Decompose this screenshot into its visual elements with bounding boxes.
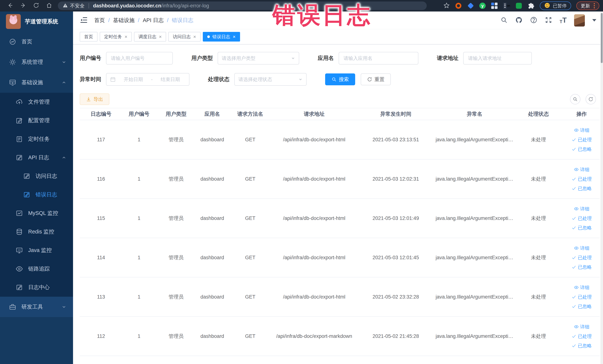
action-ignored-link[interactable]: 已忽略 <box>571 146 592 152</box>
breadcrumb-separator: / <box>108 17 110 23</box>
action-detail-link[interactable]: 详细 <box>574 206 590 212</box>
header-search-icon[interactable] <box>500 16 508 24</box>
action-processed-link[interactable]: 已处理 <box>571 215 592 221</box>
close-icon[interactable]: × <box>159 34 162 40</box>
address-bar[interactable]: 不安全 dashboard.yudao.iocoder.cn /infra/lo… <box>58 1 427 10</box>
profile-paused-pill[interactable]: 已暂停 <box>540 1 571 10</box>
tag-job[interactable]: 定时任务× <box>100 32 132 42</box>
search-button[interactable]: 搜索 <box>325 73 355 85</box>
sidebar-item-trace[interactable]: 链路追踪 <box>0 260 73 278</box>
home-icon[interactable] <box>46 2 52 9</box>
request-url-input[interactable] <box>463 52 532 65</box>
process-status-cell: 未处理 <box>513 333 564 340</box>
export-button[interactable]: 导出 <box>80 94 109 105</box>
breadcrumb-infra[interactable]: 基础设施 <box>113 17 135 24</box>
sidebar-item-mysql-monitor[interactable]: MySQL 监控 <box>0 204 73 223</box>
forward-icon[interactable] <box>20 2 26 9</box>
extension-on-badge-icon[interactable]: on <box>503 2 510 9</box>
sidebar-item-java-monitor[interactable]: Java 监控 <box>0 241 73 260</box>
action-ignored-link[interactable]: 已忽略 <box>571 303 592 309</box>
app-logo-row[interactable]: 芋道管理系统 <box>0 12 73 32</box>
font-size-icon[interactable]: TT <box>560 16 567 24</box>
extension-orange-icon[interactable] <box>455 2 462 9</box>
sidebar-item-label: 错误日志 <box>35 191 57 199</box>
close-icon[interactable]: × <box>193 34 196 40</box>
close-icon[interactable]: × <box>233 34 236 40</box>
task-clipboard-icon <box>16 135 23 143</box>
action-processed-link[interactable]: 已处理 <box>571 137 592 143</box>
github-icon[interactable] <box>515 16 522 24</box>
fullscreen-icon[interactable] <box>545 16 552 24</box>
action-ignored-link[interactable]: 已忽略 <box>571 343 592 349</box>
action-ignored-link[interactable]: 已忽略 <box>571 225 592 231</box>
app-name-input[interactable] <box>339 52 418 65</box>
breadcrumb-home[interactable]: 首页 <box>94 17 105 24</box>
table-row: 1131管理员dashboardGET/api/infra/db-doc/exp… <box>80 277 600 317</box>
extension-green-y-icon[interactable]: y <box>479 3 486 9</box>
action-detail-link[interactable]: 详细 <box>574 245 590 251</box>
toggle-search-button[interactable] <box>570 94 580 104</box>
user-id-input[interactable] <box>106 52 173 65</box>
extension-green-square-icon[interactable] <box>515 2 522 9</box>
tag-home[interactable]: 首页 <box>80 32 97 42</box>
col-header-app-name: 应用名 <box>197 110 228 117</box>
breadcrumb-api-log[interactable]: API 日志 <box>143 17 164 24</box>
tag-access-log[interactable]: 访问日志× <box>168 32 200 42</box>
sidebar-item-scheduled-jobs[interactable]: 定时任务 <box>0 130 73 148</box>
scrollbar-thumb[interactable] <box>601 13 603 63</box>
browser-menu-kebab-icon[interactable] <box>594 3 595 8</box>
request-method-cell: GET <box>228 294 272 300</box>
extension-blue-icon[interactable] <box>467 2 474 9</box>
sidebar-item-log-center[interactable]: 日志中心 <box>0 278 73 297</box>
action-detail-link[interactable]: 详细 <box>574 166 590 173</box>
url-path: /infra/log/api-error-log <box>161 3 209 9</box>
error-time-cell: 2021-05-03 12:02:31 <box>356 176 436 182</box>
sidebar-item-access-log[interactable]: 访问日志 <box>0 167 73 186</box>
extension-grid-icon[interactable] <box>491 2 498 9</box>
active-dot <box>207 35 210 38</box>
user-type-select[interactable]: 请选择用户类型 <box>218 52 299 65</box>
sidebar-item-home[interactable]: 首页 <box>0 32 73 52</box>
sidebar-item-config-management[interactable]: 配置管理 <box>0 111 73 130</box>
action-processed-link[interactable]: 已处理 <box>571 255 592 261</box>
breadcrumb-separator: / <box>167 17 169 23</box>
help-icon[interactable] <box>530 16 537 24</box>
process-status-select[interactable]: 请选择处理状态 <box>234 73 307 86</box>
page-scrollbar[interactable] <box>600 12 603 364</box>
sidebar-item-system[interactable]: 系统管理 <box>0 52 73 72</box>
action-processed-link[interactable]: 已处理 <box>571 294 592 300</box>
sidebar-item-redis-monitor[interactable]: Redis 监控 <box>0 223 73 241</box>
action-detail-link[interactable]: 详细 <box>574 324 590 330</box>
action-ignored-link[interactable]: 已忽略 <box>571 264 592 270</box>
action-ignored-link[interactable]: 已忽略 <box>571 186 592 192</box>
sidebar-item-label: Redis 监控 <box>28 228 54 235</box>
sidebar-item-error-log[interactable]: 错误日志 <box>0 186 73 204</box>
refresh-table-button[interactable] <box>586 94 596 104</box>
exception-name-cell: java.lang.IllegalArgumentException <box>436 294 513 300</box>
update-button[interactable]: 更新 <box>576 1 599 10</box>
action-processed-link[interactable]: 已处理 <box>571 176 592 182</box>
bookmark-star-icon[interactable] <box>443 2 450 9</box>
reset-button[interactable]: 重置 <box>361 73 391 85</box>
sidebar-item-infrastructure[interactable]: 基础设施 <box>0 72 73 93</box>
request-url-cell: /api/infra/db-doc/export-html <box>272 176 356 182</box>
sidebar-item-api-log[interactable]: API 日志 <box>0 148 73 167</box>
exception-time-range-picker[interactable]: 开始日期 - 结束日期 <box>106 73 189 86</box>
action-processed-link[interactable]: 已处理 <box>571 333 592 339</box>
user-menu-caret-icon[interactable] <box>592 19 596 22</box>
sidebar-item-devtools[interactable]: 研发工具 <box>0 297 73 317</box>
action-detail-link[interactable]: 详细 <box>574 127 590 133</box>
close-icon[interactable]: × <box>125 34 127 40</box>
breadcrumb-current: 错误日志 <box>172 17 193 24</box>
back-icon[interactable] <box>7 2 13 9</box>
tag-job-log[interactable]: 调度日志× <box>134 32 166 42</box>
action-detail-link[interactable]: 详细 <box>574 284 590 291</box>
sidebar-collapse-icon[interactable] <box>80 16 88 25</box>
sidebar-item-file-management[interactable]: 文件管理 <box>0 93 73 111</box>
reload-icon[interactable] <box>33 2 39 9</box>
tag-error-log[interactable]: 错误日志× <box>203 32 240 42</box>
user-avatar[interactable] <box>574 14 585 26</box>
doc-edit-icon <box>23 191 30 199</box>
extensions-puzzle-icon[interactable] <box>528 2 534 9</box>
col-header-request-method: 请求方法名 <box>228 110 272 117</box>
